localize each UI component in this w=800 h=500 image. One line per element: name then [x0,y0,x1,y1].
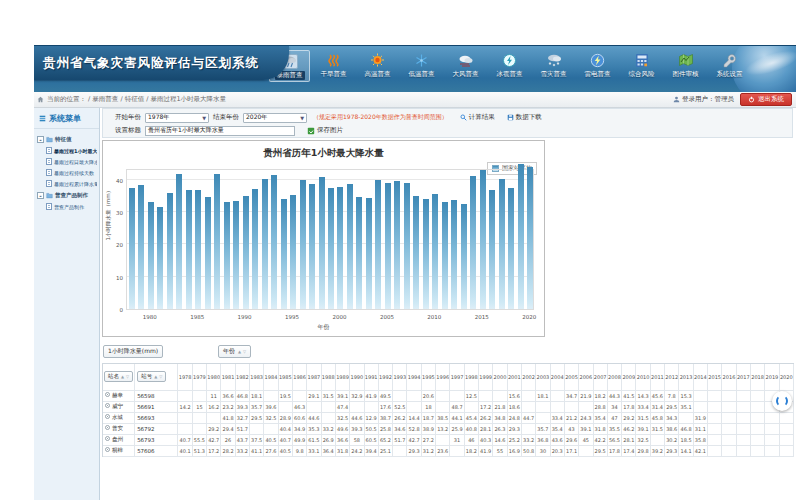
year-column-header[interactable]: 1984 [264,364,278,390]
year-column-header[interactable]: 1993 [393,364,407,390]
year-column-header[interactable]: 2020 [779,364,793,390]
table-row[interactable]: 威宁5669114.21516.223.239.335.739.646.347.… [103,401,794,412]
sort-asc-icon[interactable]: ▲ [154,374,157,379]
sort-asc-icon[interactable]: ▲ [121,374,124,379]
value-filter-chip[interactable]: 1小时降水量(mm) [103,345,163,358]
save-image-button[interactable]: 保存图片 [307,126,343,135]
station-name-header[interactable]: 站名▲▽ [104,371,133,382]
table-row[interactable]: 赫章565981136.646.818.119.529.131.539.132.… [103,390,794,401]
row-expand-icon[interactable] [105,403,110,408]
row-expand-icon[interactable] [105,425,110,430]
year-column-header[interactable]: 2017 [736,364,750,390]
year-column-header[interactable]: 1998 [464,364,478,390]
nav-risk[interactable]: 综合风险 [621,50,662,82]
year-column-header[interactable]: 1980 [207,364,221,390]
collapse-icon[interactable]: - [37,136,44,143]
year-column-header[interactable]: 2009 [622,364,636,390]
row-expand-icon[interactable] [105,414,110,419]
nav-cold[interactable]: 低温普查 [401,50,442,82]
value-cell [307,401,321,412]
year-column-header[interactable]: 1994 [407,364,421,390]
year-column-header[interactable]: 2011 [650,364,664,390]
year-column-header[interactable]: 1989 [335,364,349,390]
year-column-header[interactable]: 1990 [350,364,364,390]
sidebar-item[interactable]: 暴雨过程累计降水量 [37,178,97,189]
year-column-header[interactable]: 2000 [493,364,507,390]
year-column-header[interactable]: 2012 [665,364,679,390]
year-column-header[interactable]: 2007 [593,364,607,390]
year-column-header[interactable]: 1987 [307,364,321,390]
year-sort-chip[interactable]: 年份 ▲▽ [218,345,251,358]
year-column-header[interactable]: 2008 [607,364,621,390]
table-row[interactable]: 盘州5679340.755.542.72643.737.540.540.749.… [103,434,794,445]
logout-button[interactable]: 退出系统 [740,93,792,106]
row-expand-icon[interactable] [105,447,110,452]
end-year-select[interactable]: 2020年▼ [243,113,307,123]
sidebar-item[interactable]: 暴雨过程1小时最大降水量 [37,145,97,156]
year-column-header[interactable]: 1996 [436,364,450,390]
year-column-header[interactable]: 1992 [378,364,392,390]
start-year-select[interactable]: 1978年▼ [145,113,209,123]
year-column-header[interactable]: 1995 [421,364,435,390]
row-expand-icon[interactable] [105,392,110,397]
value-cell: 15 [192,401,206,412]
value-cell: 37.5 [250,434,264,445]
filter-funnel-icon[interactable]: ▽ [126,374,129,379]
value-cell: 15.6 [507,390,521,401]
chart-title-input[interactable]: 贵州省历年1小时最大降水量 [145,126,295,136]
nav-drought[interactable]: 干旱普查 [313,50,354,82]
value-cell: 51.7 [235,423,249,434]
nav-map-review[interactable]: 图件审核 [665,50,706,82]
document-icon [46,147,52,154]
collapse-icon[interactable]: - [37,192,44,199]
sidebar-item[interactable]: 暴雨过程持续天数 [37,167,97,178]
year-column-header[interactable]: 1985 [278,364,292,390]
year-column-header[interactable]: 2004 [550,364,564,390]
nav-heat[interactable]: 高温普查 [357,50,398,82]
filter-funnel-icon[interactable]: ▽ [159,374,162,379]
nav-hail[interactable]: 冰雹普查 [489,50,530,82]
nav-lightning[interactable]: 雷电普查 [577,50,618,82]
sidebar-item[interactable]: 普查产品制作 [37,201,97,212]
calculate-button[interactable]: 计算结果 [460,113,495,122]
year-column-header[interactable]: 2006 [579,364,593,390]
nav-snow[interactable]: 雪灾普查 [533,50,574,82]
year-column-header[interactable]: 2001 [507,364,521,390]
year-column-header[interactable]: 2013 [679,364,693,390]
year-column-header[interactable]: 2014 [693,364,707,390]
year-column-header[interactable]: 2015 [708,364,722,390]
year-column-header[interactable]: 1988 [321,364,335,390]
value-cell [722,434,736,445]
year-column-header[interactable]: 2018 [750,364,764,390]
year-column-header[interactable]: 1979 [192,364,206,390]
year-column-header[interactable]: 2003 [536,364,550,390]
year-column-header[interactable]: 1991 [364,364,378,390]
y-tick-label: 40 [109,178,123,184]
sort-asc-icon[interactable]: ▲ [238,349,241,354]
nav-wind[interactable]: 大风普查 [445,50,486,82]
year-column-header[interactable]: 1983 [250,364,264,390]
year-column-header[interactable]: 1981 [221,364,235,390]
year-column-header[interactable]: 1982 [235,364,249,390]
year-column-header[interactable]: 2002 [521,364,535,390]
year-column-header[interactable]: 1986 [292,364,306,390]
year-column-header[interactable]: 1999 [479,364,493,390]
download-button[interactable]: 数据下载 [507,113,542,122]
year-column-header[interactable]: 2019 [765,364,779,390]
table-row[interactable]: 水城5669341.832.729.532.528.960.644.632.54… [103,412,794,423]
sidebar-group-1[interactable]: -普查产品制作 [37,189,97,201]
year-column-header[interactable]: 1978 [178,364,192,390]
table-row[interactable]: 桐梓5760640.151.317.228.233.241.127.640.59… [103,445,794,456]
sidebar-item[interactable]: 暴雨过程日最大降水量 [37,156,97,167]
row-expand-icon[interactable] [105,436,110,441]
table-row[interactable]: 普安5679229.229.451.740.434.935.333.249.63… [103,423,794,434]
year-column-header[interactable]: 1997 [450,364,464,390]
year-column-header[interactable]: 2010 [636,364,650,390]
year-column-header[interactable]: 2005 [564,364,578,390]
year-column-header[interactable]: 2016 [722,364,736,390]
sidebar-group-0[interactable]: -特征值 [37,133,97,145]
nav-settings[interactable]: 系统设置 [709,50,750,82]
station-id-header[interactable]: 站号▲▽ [137,371,166,382]
station-data-table: 站名▲▽站号▲▽19781979198019811982198319841985… [103,364,794,457]
filter-funnel-icon[interactable]: ▽ [243,349,246,354]
